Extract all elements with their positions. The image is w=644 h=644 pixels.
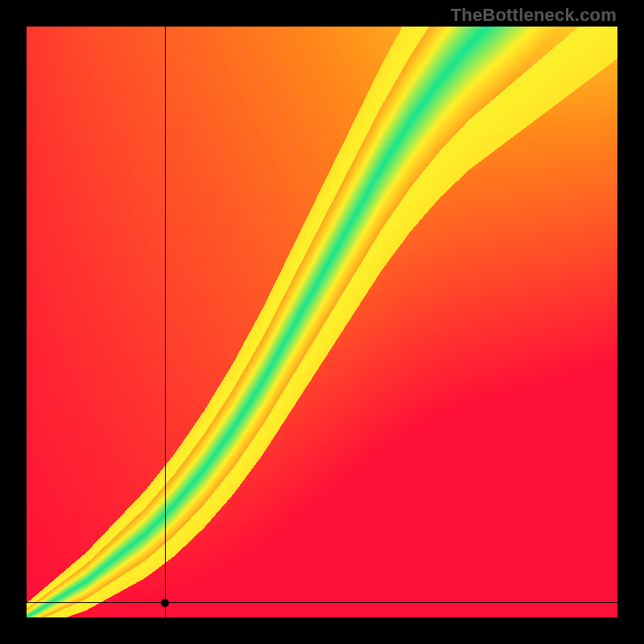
crosshair-horizontal xyxy=(27,602,617,604)
crosshair-vertical xyxy=(165,27,167,617)
outer-frame: TheBottleneck.com xyxy=(0,0,644,644)
heatmap-plot xyxy=(27,27,617,617)
watermark-text: TheBottleneck.com xyxy=(451,5,617,26)
heatmap-canvas xyxy=(27,27,617,617)
